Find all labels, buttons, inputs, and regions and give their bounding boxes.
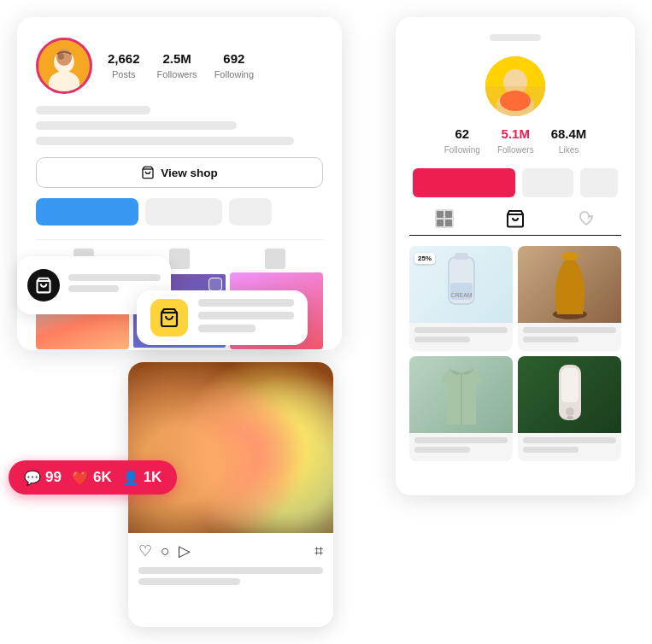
reels-tab-icon[interactable] (169, 249, 190, 269)
svg-rect-13 (445, 211, 452, 218)
post-footer: ♡ ○ ▷ ⌗ (128, 533, 333, 598)
svg-rect-12 (437, 211, 443, 218)
tt-product-info-2 (518, 323, 621, 351)
drinks-image (128, 362, 333, 533)
center-bag-icon (150, 299, 188, 337)
heart-icon[interactable]: ♡ (138, 542, 152, 560)
instagram-action-buttons (36, 198, 323, 225)
center-line-3 (198, 325, 256, 332)
post-caption-2 (138, 578, 240, 585)
post-left-actions: ♡ ○ ▷ (138, 542, 191, 560)
tt-followers-stat: 5.1M Followers (497, 126, 534, 156)
comments-stat: 💬 99 (24, 469, 62, 486)
comment-icon[interactable]: ○ (161, 542, 170, 560)
tiktok-action-buttons (409, 168, 621, 197)
tt-product-1: CREAM 25% (409, 246, 513, 351)
tt-product-img-4 (518, 356, 621, 433)
more-button[interactable] (229, 198, 272, 225)
small-line-2 (68, 285, 119, 292)
tt-product-3 (409, 356, 513, 461)
price-tag-1: 25% (414, 253, 435, 264)
bio-skeleton-1 (36, 121, 237, 130)
tt-likes-stat: 68.4M Likes (551, 126, 587, 156)
notification-bubble: 💬 99 ❤️ 6K 👤 1K (9, 460, 177, 495)
tt-following-value: 62 (444, 126, 480, 141)
followers-notif-value: 1K (144, 469, 162, 486)
bag-icon (141, 166, 155, 179)
followers-value: 2.5M (157, 51, 197, 66)
tt-grid-tab[interactable] (435, 209, 454, 228)
tagged-tab-icon[interactable] (265, 249, 285, 269)
tt-likes-value: 68.4M (551, 126, 587, 141)
product-price-2 (523, 337, 579, 342)
small-bag-icon (27, 269, 60, 302)
following-label: Following (214, 69, 254, 79)
svg-rect-24 (561, 368, 579, 402)
tt-product-info-4 (518, 433, 621, 461)
bio-skeleton-2 (36, 137, 294, 145)
svg-text:CREAM: CREAM (450, 292, 472, 298)
tt-product-2 (518, 246, 621, 351)
following-stat: 692 Following (214, 51, 254, 81)
tt-product-info-1 (409, 323, 513, 351)
heart-notif-icon: ❤️ (72, 470, 89, 486)
product-price-3 (414, 447, 470, 453)
center-card-text (198, 299, 294, 337)
tt-follow-button[interactable] (413, 168, 515, 197)
product-name-3 (414, 437, 508, 443)
share-icon[interactable]: ▷ (179, 542, 191, 560)
tt-shop-tab[interactable] (506, 209, 525, 228)
tt-more-button[interactable] (580, 168, 618, 197)
svg-point-11 (500, 91, 531, 111)
avatar (36, 38, 92, 94)
tt-product-info-3 (409, 433, 513, 461)
bookmark-icon[interactable]: ⌗ (314, 542, 323, 560)
tt-product-4 (518, 356, 621, 461)
svg-point-26 (567, 416, 573, 419)
small-line-1 (68, 274, 161, 281)
likes-stat: ❤️ 6K (72, 469, 112, 486)
comment-bubble-icon: 💬 (24, 470, 41, 486)
posts-label: Posts (112, 69, 136, 79)
svg-rect-15 (445, 220, 452, 226)
instagram-name-block (36, 106, 323, 145)
tt-message-button[interactable] (522, 168, 573, 197)
follow-button[interactable] (36, 198, 138, 225)
product-price-1 (414, 337, 470, 342)
center-line-1 (198, 299, 294, 307)
followers-stat: 2.5M Followers (157, 51, 197, 81)
person-icon: 👤 (122, 470, 139, 486)
tt-liked-tab[interactable] (577, 209, 596, 228)
tiktok-product-grid: CREAM 25% (409, 246, 621, 461)
username-skeleton (36, 106, 150, 114)
tt-following-stat: 62 Following (444, 126, 480, 156)
center-line-2 (198, 312, 294, 319)
post-image (128, 362, 333, 533)
followers-stat-notif: 👤 1K (122, 469, 162, 486)
instagram-header: 2,662 Posts 2.5M Followers 692 Following (36, 38, 323, 94)
tiktok-stats: 62 Following 5.1M Followers 68.4M Likes (409, 126, 621, 156)
likes-value: 6K (93, 469, 112, 486)
svg-point-22 (561, 252, 579, 261)
tt-followers-value: 5.1M (497, 126, 534, 141)
scene: 2,662 Posts 2.5M Followers 692 Following (0, 0, 652, 644)
svg-point-25 (566, 407, 574, 416)
post-action-bar: ♡ ○ ▷ ⌗ (138, 542, 323, 560)
posts-stat: 2,662 Posts (108, 51, 140, 81)
product-name-4 (523, 437, 616, 443)
tt-product-img-3 (409, 356, 513, 433)
tiktok-avatar (485, 56, 545, 116)
tt-following-label: Following (444, 145, 480, 155)
message-button[interactable] (145, 198, 222, 225)
view-shop-button[interactable]: View shop (36, 157, 323, 188)
posts-value: 2,662 (108, 51, 140, 66)
instagram-post-card: ♡ ○ ▷ ⌗ (128, 362, 333, 627)
tiktok-card: 62 Following 5.1M Followers 68.4M Likes (396, 17, 635, 495)
product-name-2 (523, 327, 616, 333)
followers-label: Followers (157, 69, 197, 79)
svg-point-5 (58, 53, 64, 59)
following-value: 692 (214, 51, 254, 66)
svg-rect-14 (437, 220, 443, 226)
tt-followers-label: Followers (497, 145, 534, 155)
instagram-stats: 2,662 Posts 2.5M Followers 692 Following (108, 51, 323, 81)
